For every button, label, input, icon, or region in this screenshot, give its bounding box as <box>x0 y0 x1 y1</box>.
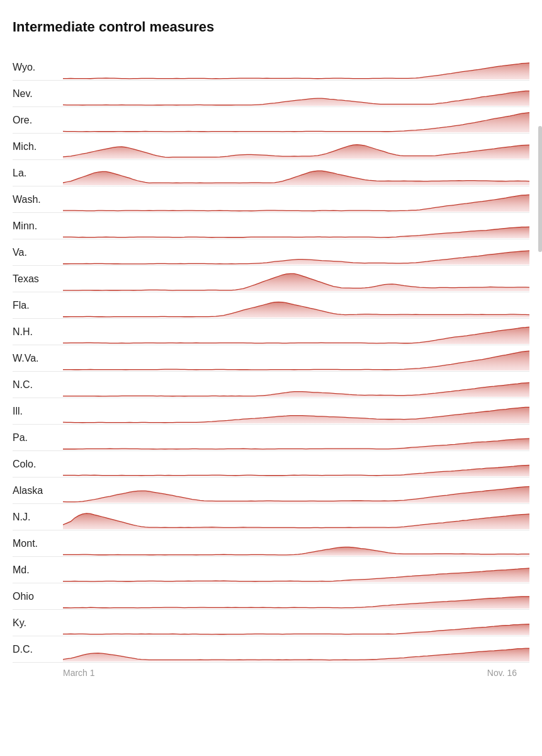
state-row: Nev. <box>13 81 529 107</box>
sparkline-line <box>63 547 529 554</box>
state-label: N.C. <box>13 379 63 391</box>
sparkline-container <box>63 530 529 557</box>
chart-area: Wyo.Nev.Ore.Mich.La.Wash.Minn.Va.TexasFl… <box>13 54 529 663</box>
state-label: Nev. <box>13 88 63 100</box>
state-row: Colo. <box>13 451 529 478</box>
sparkline-svg <box>63 610 529 636</box>
state-label: W.Va. <box>13 353 63 364</box>
sparkline-area <box>63 327 529 344</box>
state-label: Colo. <box>13 459 63 470</box>
state-row: W.Va. <box>13 345 529 372</box>
state-label: Minn. <box>13 220 63 232</box>
state-row: Texas <box>13 266 529 292</box>
sparkline-container <box>63 398 529 425</box>
sparkline-svg <box>63 372 529 398</box>
sparkline-container <box>63 557 529 583</box>
sparkline-container <box>63 134 529 160</box>
sparkline-area <box>63 62 529 79</box>
state-row: Pa. <box>13 425 529 451</box>
sparkline-svg <box>63 636 529 663</box>
state-row: Mich. <box>13 134 529 160</box>
sparkline-container <box>63 81 529 107</box>
sparkline-svg <box>63 107 529 134</box>
state-row: N.C. <box>13 372 529 398</box>
state-row: Alaska <box>13 478 529 504</box>
state-row: Ore. <box>13 107 529 134</box>
sparkline-svg <box>63 425 529 451</box>
sparkline-svg <box>63 345 529 372</box>
state-label: La. <box>13 168 63 179</box>
sparkline-container <box>63 292 529 319</box>
sparkline-svg <box>63 504 529 530</box>
state-row: Ky. <box>13 610 529 636</box>
state-row: N.J. <box>13 504 529 530</box>
sparkline-container <box>63 160 529 186</box>
state-row: Wyo. <box>13 54 529 81</box>
sparkline-svg <box>63 451 529 478</box>
sparkline-svg <box>63 160 529 186</box>
state-label: N.H. <box>13 326 63 338</box>
state-label: Ore. <box>13 115 63 126</box>
sparkline-container <box>63 213 529 239</box>
state-row: Ill. <box>13 398 529 425</box>
state-row: Minn. <box>13 213 529 239</box>
state-label: D.C. <box>13 644 63 655</box>
sparkline-svg <box>63 398 529 425</box>
scrollbar[interactable] <box>538 126 542 252</box>
sparkline-container <box>63 425 529 451</box>
sparkline-svg <box>63 292 529 319</box>
sparkline-area <box>63 486 529 503</box>
sparkline-svg <box>63 266 529 292</box>
sparkline-container <box>63 451 529 478</box>
sparkline-area <box>63 195 529 212</box>
sparkline-area <box>63 302 529 318</box>
state-label: Wyo. <box>13 62 63 73</box>
sparkline-area <box>63 382 529 396</box>
state-label: Ohio <box>13 591 63 602</box>
state-row: La. <box>13 160 529 186</box>
sparkline-container <box>63 345 529 372</box>
state-row: Fla. <box>13 292 529 319</box>
sparkline-svg <box>63 319 529 345</box>
sparkline-svg <box>63 213 529 239</box>
state-row: D.C. <box>13 636 529 663</box>
sparkline-container <box>63 583 529 610</box>
sparkline-container <box>63 478 529 504</box>
x-axis-start: March 1 <box>63 668 95 678</box>
sparkline-svg <box>63 478 529 504</box>
sparkline-area <box>63 596 529 608</box>
sparkline-svg <box>63 239 529 266</box>
sparkline-area <box>63 171 529 185</box>
sparkline-container <box>63 504 529 530</box>
sparkline-container <box>63 636 529 663</box>
sparkline-area <box>63 112 529 132</box>
state-label: Md. <box>13 564 63 576</box>
chart-container: Intermediate control measures Wyo.Nev.Or… <box>0 0 542 716</box>
sparkline-svg <box>63 530 529 557</box>
sparkline-container <box>63 372 529 398</box>
state-row: N.H. <box>13 319 529 345</box>
state-label: Pa. <box>13 432 63 444</box>
sparkline-svg <box>63 557 529 583</box>
sparkline-container <box>63 266 529 292</box>
state-row: Ohio <box>13 583 529 610</box>
state-label: Ill. <box>13 406 63 417</box>
state-row: Va. <box>13 239 529 266</box>
sparkline-container <box>63 186 529 213</box>
x-axis: March 1 Nov. 16 <box>13 668 529 678</box>
state-label: Wash. <box>13 194 63 205</box>
state-row: Mont. <box>13 530 529 557</box>
sparkline-area <box>63 351 529 370</box>
state-row: Md. <box>13 557 529 583</box>
sparkline-container <box>63 319 529 345</box>
sparkline-container <box>63 239 529 266</box>
sparkline-container <box>63 610 529 636</box>
sparkline-svg <box>63 583 529 610</box>
sparkline-svg <box>63 54 529 81</box>
sparkline-container <box>63 107 529 134</box>
sparkline-area <box>63 568 529 581</box>
state-label: Fla. <box>13 300 63 311</box>
sparkline-svg <box>63 186 529 213</box>
sparkline-area <box>63 91 529 106</box>
sparkline-svg <box>63 81 529 107</box>
